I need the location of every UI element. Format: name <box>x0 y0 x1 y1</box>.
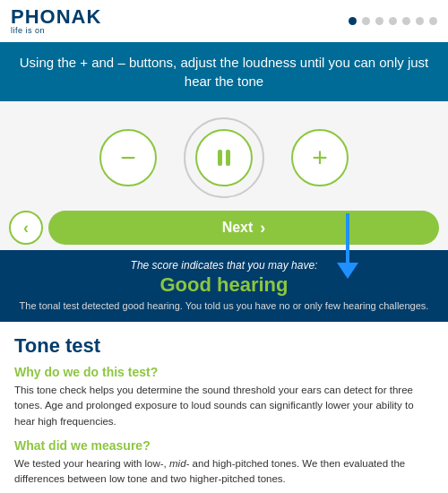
controls-area: − + <box>0 101 448 211</box>
dot-4 <box>389 17 397 25</box>
dot-1 <box>349 17 357 25</box>
result-banner: The score indicates that you may have: G… <box>0 250 448 322</box>
dot-3 <box>375 17 383 25</box>
instruction-text: Using the + and – buttons, adjust the lo… <box>20 55 429 89</box>
dot-5 <box>402 17 410 25</box>
next-arrow-icon: › <box>260 219 265 238</box>
header: PHONAK life is on <box>0 0 448 42</box>
info-section: Tone test Why do we do this test? This t… <box>0 322 448 493</box>
result-score-text: The score indicates that you may have: <box>14 259 434 272</box>
minus-icon: − <box>120 143 136 173</box>
dot-7 <box>429 17 437 25</box>
arrow-line <box>346 213 349 263</box>
dot-2 <box>362 17 370 25</box>
logo-main-text: PHONAK <box>11 7 101 27</box>
plus-icon: + <box>312 143 328 173</box>
next-button[interactable]: Next › <box>48 211 439 245</box>
result-desc-text: The tonal test detected good hearing. Yo… <box>14 300 434 311</box>
dot-6 <box>416 17 424 25</box>
outer-ring <box>184 117 264 198</box>
pause-button-wrap <box>184 117 264 198</box>
logo-sub-text: life is on <box>11 27 101 35</box>
mid-highlight: mid- <box>169 458 189 469</box>
info-section1-text: This tone check helps you determine the … <box>14 383 434 429</box>
phonak-logo: PHONAK life is on <box>11 7 101 35</box>
result-main-text: Good hearing <box>14 273 434 297</box>
info-section1-heading: Why do we do this test? <box>14 365 434 379</box>
navigation-row: ‹ Next › <box>0 211 448 250</box>
progress-dots <box>349 17 437 25</box>
arrow-pointer <box>337 213 358 279</box>
info-section2-heading: What did we measure? <box>14 438 434 453</box>
instruction-banner: Using the + and – buttons, adjust the lo… <box>0 42 448 101</box>
arrow-head <box>337 263 358 279</box>
back-icon: ‹ <box>23 219 29 238</box>
info-title: Tone test <box>14 334 434 358</box>
plus-button[interactable]: + <box>291 129 349 186</box>
minus-button[interactable]: − <box>99 129 157 186</box>
next-label: Next <box>222 220 254 236</box>
back-button[interactable]: ‹ <box>9 211 43 245</box>
info-section2-text: We tested your hearing with low-, mid- a… <box>14 456 434 488</box>
